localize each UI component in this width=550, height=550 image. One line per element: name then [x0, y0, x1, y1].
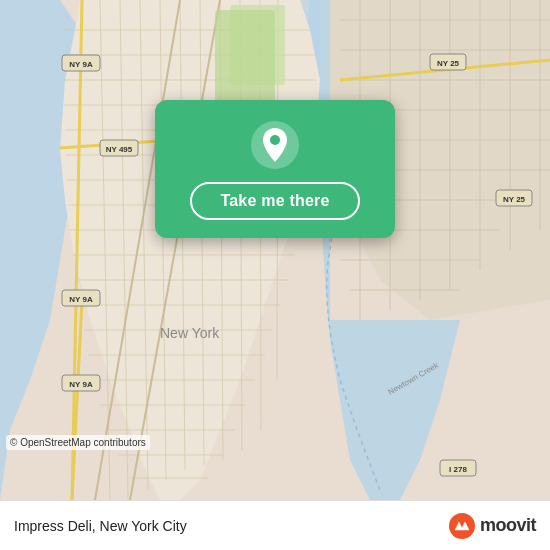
- svg-text:NY 495: NY 495: [106, 145, 133, 154]
- location-pin-icon: [250, 120, 300, 170]
- map-attribution: © OpenStreetMap contributors: [6, 435, 150, 450]
- bottom-bar: Impress Deli, New York City moovit: [0, 500, 550, 550]
- map-container: NY 9A NY 9A NY 9A NY 495 NY 25 I 278 NY …: [0, 0, 550, 500]
- place-name: Impress Deli, New York City: [14, 518, 187, 534]
- svg-point-73: [270, 135, 280, 145]
- svg-text:New York: New York: [160, 325, 220, 341]
- svg-text:NY 9A: NY 9A: [69, 380, 93, 389]
- map-background: NY 9A NY 9A NY 9A NY 495 NY 25 I 278 NY …: [0, 0, 550, 500]
- navigation-popup: Take me there: [155, 100, 395, 238]
- svg-text:NY 9A: NY 9A: [69, 60, 93, 69]
- moovit-brand-icon: [448, 512, 476, 540]
- svg-text:I 278: I 278: [449, 465, 467, 474]
- svg-text:NY 25: NY 25: [437, 59, 460, 68]
- moovit-brand-text: moovit: [480, 515, 536, 536]
- svg-text:NY 25: NY 25: [503, 195, 526, 204]
- take-me-there-button[interactable]: Take me there: [190, 182, 359, 220]
- svg-point-74: [449, 513, 475, 539]
- svg-text:NY 9A: NY 9A: [69, 295, 93, 304]
- moovit-logo: moovit: [448, 512, 536, 540]
